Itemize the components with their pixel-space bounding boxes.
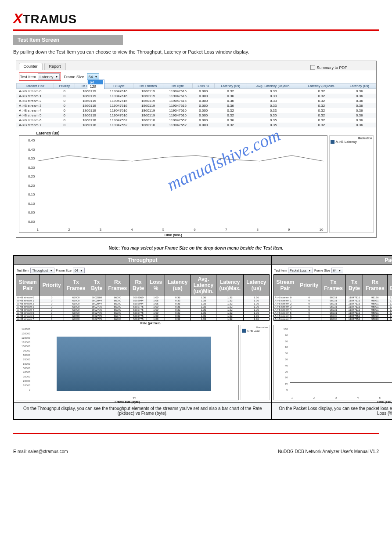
chart-legend: Illustration A->B Latency <box>329 135 374 233</box>
brand-logo: XTRAMUS <box>13 11 379 27</box>
summary-to-pdf[interactable]: Summary to PDF <box>310 65 347 70</box>
chart-legend: Illustration A->B Load <box>241 325 270 400</box>
chart-title: Packet Loss (%) <box>289 322 392 325</box>
column-header: Priority <box>40 275 64 296</box>
table-row: A->B stream 3098031118476169803111847616… <box>273 305 392 308</box>
table-row: A->B stream 2098031118476169803111847904… <box>273 302 392 305</box>
column-header: Stream Pair <box>16 83 54 89</box>
table-row: A->B stream 5018601191190476161860119119… <box>16 113 376 118</box>
column-header: Latency (us) <box>343 83 376 89</box>
table-row: A->B stream 6018601181190475521860118119… <box>16 118 376 123</box>
column-header: Latency (us) <box>165 275 191 296</box>
test-item-highlight: Test Item Latency▼ <box>19 73 61 81</box>
col-header-packet-loss: Packet Loss <box>271 255 392 265</box>
column-header: Priority <box>54 83 75 89</box>
test-item-select[interactable]: Throughput▼ <box>30 268 54 273</box>
table-row: A->B stream 206600056029446600056029441.… <box>16 302 270 305</box>
table-row: A->B stream 006600056025606600056025601.… <box>16 296 270 299</box>
table-row: A->B stream 6098030118475529803011847552… <box>273 315 392 318</box>
column-header: Rx Frames <box>133 83 163 89</box>
table-row: A->B stream 5098031118476169803111847514… <box>273 312 392 315</box>
frame-size-select[interactable]: 64▼ <box>73 268 85 273</box>
column-header: Tx Byte <box>88 275 105 296</box>
column-header: Avg. Latency (us)Min. <box>191 275 216 296</box>
footer-title: NuDOG DCB Network Analyzer User's Manual… <box>278 449 379 454</box>
header-rule <box>13 29 379 31</box>
column-header: Priority <box>297 275 321 296</box>
frame-size-label: Frame Size <box>64 75 84 79</box>
table-row: A->B stream 2018601191190476161860119119… <box>16 98 376 103</box>
column-header: Avg. Latency (us)Min. <box>247 83 300 89</box>
table-row: A->B stream 606607056027756607056027751.… <box>16 315 270 318</box>
throughput-chart: 1400001300001200001100001000009000080000… <box>16 325 239 400</box>
frame-size-dropdown[interactable]: 64 128 <box>87 80 104 89</box>
column-header: Tx Frames <box>64 275 88 296</box>
packet-loss-chart: 1009080706050403020100 12345678910 Time … <box>273 325 392 400</box>
column-header: Loss % <box>193 83 214 89</box>
chart-title: Rate (pkt/sec) <box>32 322 270 325</box>
column-header: Rx Byte <box>387 275 392 296</box>
column-header: Rx Frames <box>105 275 130 296</box>
column-header: Tx Frames <box>321 275 346 296</box>
footer-rule <box>13 433 379 434</box>
table-row: A->B stream 106600056029446600056029441.… <box>16 299 270 302</box>
column-header: Latency (us) <box>214 83 247 89</box>
tab-report[interactable]: Report <box>44 63 66 70</box>
column-header: Latency (us)Max. <box>300 83 343 89</box>
table-row: A->B stream 706600056027756600056027751.… <box>16 318 270 321</box>
loss-series-line <box>290 382 392 383</box>
footer-email: E-mail: sales@xtramus.com <box>13 449 68 454</box>
legend-swatch <box>331 140 334 144</box>
throughput-panel: Test Item Throughput▼ Frame Size 64▼ Str… <box>14 265 271 402</box>
test-item-select[interactable]: Latency▼ <box>38 73 60 80</box>
frame-size-select[interactable]: 64▼ <box>87 73 100 80</box>
test-item-select[interactable]: Packet Loss▼ <box>288 268 313 273</box>
table-row: A->B stream 0098031118478169817611847514… <box>273 296 392 299</box>
column-header: Stream Pair <box>16 275 40 296</box>
chevron-down-icon: ▼ <box>55 75 58 78</box>
chart-title: Latency (us) <box>36 131 374 135</box>
column-header: Tx Byte <box>345 275 363 296</box>
table-row: A->B stream 3018601191190476161860119119… <box>16 103 376 108</box>
table-row: A->B stream 4098031118476169803111847904… <box>273 308 392 312</box>
chevron-down-icon: ▼ <box>95 75 98 78</box>
packet-loss-panel: Test Item Packet Loss▼ Frame Size 64▼ St… <box>272 265 392 402</box>
throughput-desc: On the Throughput display, you can see t… <box>14 403 271 420</box>
tabbar: Counter Report Summary to PDF <box>16 61 376 70</box>
column-header: Latency (us) <box>244 275 269 296</box>
table-row: A->B stream 0018601191190476161860119119… <box>16 89 376 94</box>
table-row: A->B stream 406600056027756600056027751.… <box>16 308 270 312</box>
col-header-throughput: Throughput <box>14 255 271 265</box>
comparison-grid: Throughput Packet Loss Test Item Through… <box>13 255 392 420</box>
bar-64 <box>57 337 211 391</box>
table-row: A->B stream 4018601191190476161860119119… <box>16 108 376 113</box>
x-axis-label: Time (sec.) <box>164 233 182 237</box>
column-header: Stream Pair <box>273 275 297 296</box>
section-title: Test Item Screen <box>13 35 123 45</box>
latency-table: Stream PairPriorityTx FramesTx ByteRx Fr… <box>16 83 376 127</box>
frame-size-select[interactable]: 64▼ <box>331 268 343 273</box>
column-header: Rx Byte <box>130 275 147 296</box>
column-header: Rx Byte <box>163 83 192 89</box>
table-row: A->B stream 1098031118476169803111847516… <box>273 299 392 302</box>
section-desc: By pulling down the Test Item you can ch… <box>13 49 379 54</box>
packet-loss-table: Stream PairPriorityTx FramesTx ByteRx Fr… <box>273 274 392 321</box>
latency-panel: Counter Report Summary to PDF Test Item … <box>16 61 377 238</box>
checkbox-icon[interactable] <box>310 65 315 70</box>
latency-chart: 0.450.400.350.300.250.200.150.100.050.00… <box>19 135 327 233</box>
column-header: Rx Frames <box>363 275 387 296</box>
column-header: Loss % <box>147 275 165 296</box>
table-row: A->B stream 7018601181190475521860118119… <box>16 123 376 127</box>
packet-loss-desc: On the Packet Loss display, you can see … <box>271 403 392 420</box>
frame-size-note: Note: You may select your Frame Size on … <box>13 246 379 250</box>
table-row: A->B stream 1018601191190476161860119119… <box>16 94 376 98</box>
table-row: A->B stream 306600056027756600056027751.… <box>16 305 270 308</box>
page-footer: E-mail: sales@xtramus.com NuDOG DCB Netw… <box>13 449 379 454</box>
table-row: A->B stream 506600056027756600056027751.… <box>16 312 270 315</box>
column-header: Tx Byte <box>104 83 133 89</box>
test-item-label: Test Item <box>20 75 36 79</box>
throughput-table: Stream PairPriorityTx FramesTx ByteRx Fr… <box>16 274 270 321</box>
tab-counter[interactable]: Counter <box>19 63 43 70</box>
column-header: Latency (us)Max. <box>216 275 244 296</box>
table-row: A->B stream 7098030118475529803011847552… <box>273 318 392 321</box>
